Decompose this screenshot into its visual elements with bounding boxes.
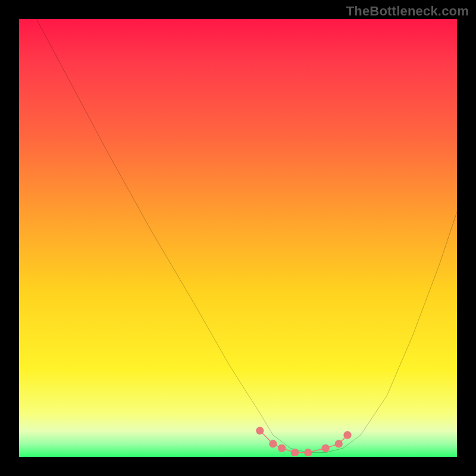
highlight-dot bbox=[343, 431, 351, 439]
highlight-dot bbox=[304, 449, 312, 456]
highlight-dot bbox=[278, 444, 286, 452]
highlight-dot bbox=[335, 440, 343, 447]
watermark-text: TheBottleneck.com bbox=[346, 4, 469, 19]
curve-highlight-dots bbox=[256, 427, 351, 456]
plot-area bbox=[19, 19, 457, 457]
line-chart-svg bbox=[19, 19, 457, 457]
highlight-dot bbox=[256, 427, 264, 434]
curve-line bbox=[36, 19, 457, 453]
highlight-dot bbox=[322, 444, 330, 452]
chart-frame: TheBottleneck.com bbox=[0, 0, 476, 476]
highlight-dot bbox=[269, 440, 277, 447]
highlight-dot bbox=[291, 449, 299, 456]
